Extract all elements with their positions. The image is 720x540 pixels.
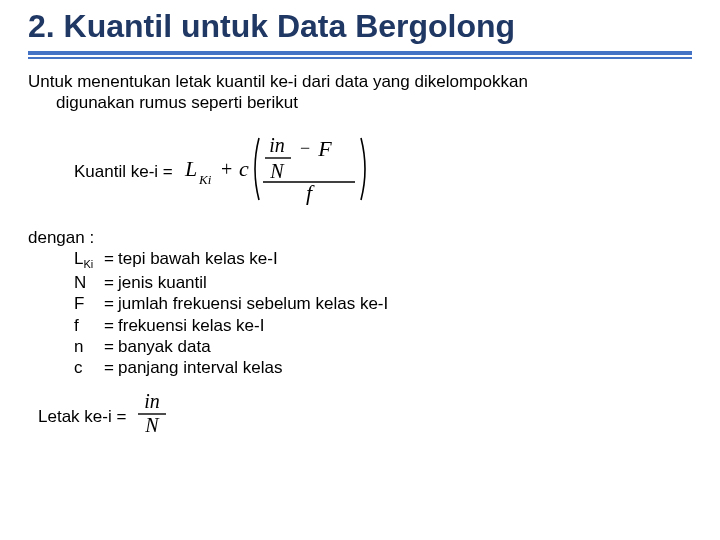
page-title: 2. Kuantil untuk Data Bergolong: [28, 8, 692, 45]
svg-text:in: in: [269, 134, 285, 156]
intro-line-1: Untuk menentukan letak kuantil ke-i dari…: [28, 72, 528, 91]
formula-label: Kuantil ke-i =: [74, 161, 173, 182]
svg-text:F: F: [317, 136, 332, 161]
definitions-list: LKi = tepi bawah kelas ke-I N=jenis kuan…: [28, 248, 692, 378]
svg-text:N: N: [145, 414, 161, 436]
svg-text:L: L: [184, 156, 197, 181]
letak-label: Letak ke-i =: [38, 406, 126, 427]
def-row: n=banyak data: [74, 336, 692, 357]
svg-text:in: in: [145, 392, 161, 412]
dengan-label: dengan :: [28, 227, 692, 248]
svg-text:+: +: [221, 158, 232, 180]
svg-text:Ki: Ki: [198, 172, 212, 187]
intro-line-2: digunakan rumus seperti berikut: [28, 93, 298, 112]
def-row: LKi = tepi bawah kelas ke-I: [74, 248, 692, 272]
def-row: c=panjang interval kelas: [74, 357, 692, 378]
letak-row: Letak ke-i = in N: [38, 392, 692, 441]
accent-bar-thin: [28, 57, 692, 59]
formula-row: Kuantil ke-i = L Ki + c in N: [74, 132, 692, 211]
svg-text:−: −: [300, 138, 310, 158]
letak-fraction: in N: [134, 392, 170, 441]
def-row: N=jenis kuantil: [74, 272, 692, 293]
accent-bar: [28, 51, 692, 55]
def-row: f=frekuensi kelas ke-I: [74, 315, 692, 336]
formula-svg: L Ki + c in N − F: [183, 132, 373, 211]
intro-text: Untuk menentukan letak kuantil ke-i dari…: [28, 71, 692, 114]
svg-text:f: f: [306, 180, 315, 205]
svg-text:N: N: [269, 160, 285, 182]
svg-text:c: c: [239, 156, 249, 181]
def-row: F=jumlah frekuensi sebelum kelas ke-I: [74, 293, 692, 314]
